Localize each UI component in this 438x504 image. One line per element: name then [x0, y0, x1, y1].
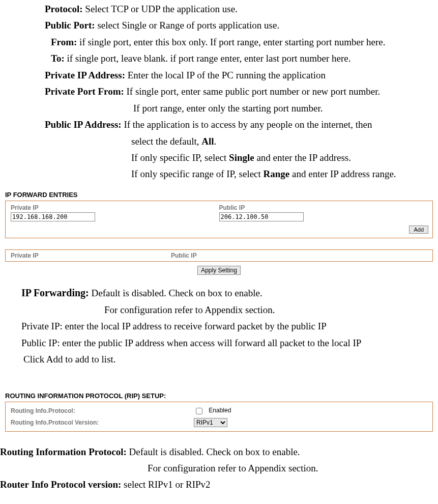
rip-version-select[interactable]: RIPv1: [194, 418, 227, 427]
ipforwarding-heading: IP Forwarding: Default is disabled. Chec…: [0, 285, 438, 301]
apply-button[interactable]: Apply Setting: [197, 266, 241, 275]
all-bold: All: [201, 136, 214, 147]
rip-def-version: Router Info Protocol version: select RIP…: [0, 477, 438, 492]
def-publicipaddr-text3b: and enter IP address range.: [289, 169, 396, 179]
rip-heading: ROUTING INFORMATION PROTOCOL (RIP) SETUP…: [5, 392, 438, 400]
rip-enabled-text: Enabled: [209, 407, 231, 414]
def-publicipaddr-text3a: If only specific range of IP, select: [131, 169, 264, 179]
rip-def-line2: For configuration refer to Appendix sect…: [0, 461, 438, 475]
def-publicipaddr-text1b: select the default,: [131, 136, 201, 147]
def-protocol-label: Protocol:: [45, 4, 83, 14]
period1: .: [214, 136, 217, 147]
rip-form: Routing Info.Protocol: Enabled Routing I…: [5, 402, 433, 432]
ipforward-heading: IP FORWARD ENTRIES: [5, 191, 438, 199]
table-col-publicip: Public IP: [171, 252, 427, 259]
rip-enabled-checkbox[interactable]: [196, 408, 202, 414]
ipforwarding-heading-label: IP Forwarding:: [21, 287, 89, 298]
def-privateip: Private IP Address: Enter the local IP o…: [0, 68, 438, 82]
rip-def-heading: Routing Information Protocol: Default is…: [0, 444, 438, 459]
def-publicipaddr-text1a: If the application is to access by any p…: [122, 119, 372, 130]
def-from-label: From:: [51, 37, 77, 47]
privateip-label: Private IP: [11, 204, 219, 211]
ipforwarding-clickadd: Click Add to add to list.: [0, 352, 438, 367]
def-protocol-text: Select TCP or UDP the application use.: [83, 4, 238, 14]
rip-def-version-label: Router Info Protocol version:: [0, 479, 121, 490]
def-protocol: Protocol: Select TCP or UDP the applicat…: [0, 2, 438, 16]
def-to-label: To:: [51, 53, 65, 64]
def-publicport: Public Port: select Single or Range of p…: [0, 18, 438, 33]
ipforwarding-privateip: Private IP: enter the local IP address t…: [0, 319, 438, 333]
def-publicipaddr: Public IP Address: If the application is…: [0, 117, 438, 132]
privateip-input[interactable]: [11, 212, 95, 221]
def-publicipaddr-cont1: select the default, All.: [0, 134, 438, 149]
def-privateportfrom-text: If single port, enter same public port n…: [124, 86, 380, 97]
def-privateportfrom-label: Private Port From:: [45, 86, 124, 97]
table-col-privateip: Private IP: [11, 252, 171, 259]
ipforward-form: Private IP Public IP Add: [5, 201, 433, 238]
ipforwarding-heading-text: Default is disabled. Check on box to ena…: [89, 288, 262, 298]
rip-def-heading-label: Routing Information Protocol:: [0, 446, 127, 457]
publicip-input[interactable]: [219, 212, 304, 221]
rip-row2-label: Routing Info.Protocol Version:: [11, 419, 194, 426]
def-to-text: if single port, leave blank. if port ran…: [65, 53, 351, 64]
def-publicipaddr-cont3: If only specific range of IP, select Ran…: [0, 166, 438, 181]
def-publicipaddr-text2b: and enter the IP address.: [254, 152, 351, 163]
def-publicport-label: Public Port:: [45, 20, 95, 31]
def-publicipaddr-text2a: If only specific IP, select: [131, 152, 229, 163]
add-button[interactable]: Add: [409, 226, 428, 234]
def-privateip-text: Enter the local IP of the PC running the…: [125, 70, 326, 80]
def-privateportfrom: Private Port From: If single port, enter…: [0, 84, 438, 99]
single-bold: Single: [229, 152, 254, 163]
def-privateip-label: Private IP Address:: [45, 70, 125, 80]
range-bold: Range: [264, 169, 290, 179]
ipforward-table-header: Private IP Public IP: [5, 249, 433, 262]
def-from: From: if single port, enter this box onl…: [0, 35, 438, 49]
publicip-label: Public IP: [219, 204, 428, 211]
def-from-text: if single port, enter this box only. If …: [77, 37, 385, 47]
ipforwarding-publicip: Public IP: enter the public IP address w…: [0, 335, 438, 350]
def-publicport-text: select Single or Range of ports applicat…: [95, 20, 280, 31]
def-to: To: if single port, leave blank. if port…: [0, 51, 438, 66]
rip-def-version-text: select RIPv1 or RIPv2: [121, 479, 210, 490]
def-publicipaddr-cont2: If only specific IP, select Single and e…: [0, 150, 438, 165]
ipforwarding-line2: For configuration refer to Appendix sect…: [0, 302, 438, 317]
rip-def-heading-text: Default is disabled. Check on box to ena…: [127, 446, 300, 457]
def-privateportfrom-cont: If port range, enter only the starting p…: [0, 101, 438, 116]
rip-row1-label: Routing Info.Protocol:: [11, 407, 194, 414]
def-publicipaddr-label: Public IP Address:: [45, 119, 122, 130]
